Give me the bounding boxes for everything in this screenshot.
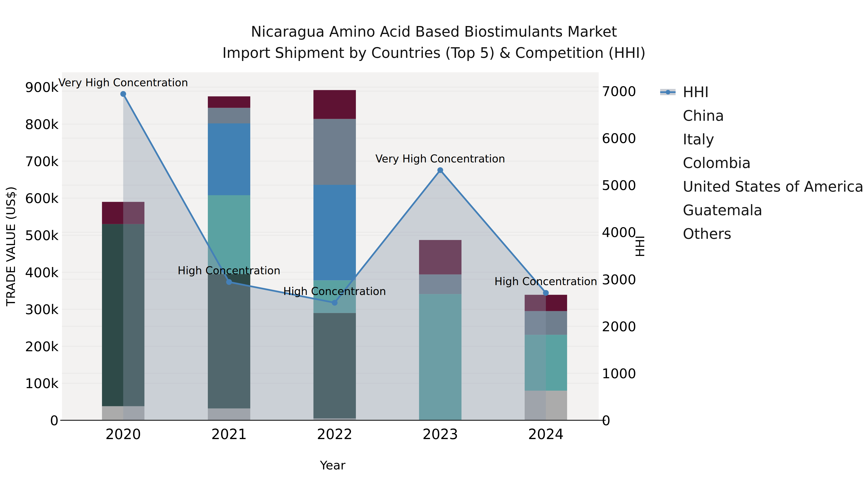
y-tick-left-400k: 400k xyxy=(25,265,59,280)
legend-swatch-color-icon xyxy=(660,110,676,121)
y-tick-right-5000: 5000 xyxy=(602,177,636,193)
y-tick-right-2000: 2000 xyxy=(602,319,636,334)
y-tick-left-200k: 200k xyxy=(25,338,59,354)
y-tick-right-3000: 3000 xyxy=(602,271,636,287)
annotation-2022: High Concentration xyxy=(283,285,386,297)
y-tick-right-7000: 7000 xyxy=(602,84,636,99)
hhi-marker-2020 xyxy=(120,91,126,97)
legend-swatch-color-icon xyxy=(660,181,676,192)
x-tick-2021: 2021 xyxy=(211,426,247,443)
y-axis-label-right: HHI xyxy=(633,235,647,257)
bar-segment-colombia-2022 xyxy=(313,185,356,280)
legend-item-guatemala: Guatemala xyxy=(660,198,868,222)
hhi-marker-2023 xyxy=(437,167,443,173)
legend-item-united-states-of-america: United States of America xyxy=(660,175,868,198)
y-tick-left-500k: 500k xyxy=(25,227,59,243)
y-tick-left-700k: 700k xyxy=(25,154,59,169)
annotation-2020: Very High Concentration xyxy=(58,76,188,89)
legend-swatch-color-icon xyxy=(660,157,676,168)
legend-swatch-color-icon xyxy=(660,205,676,216)
hhi-marker-2024 xyxy=(543,290,549,296)
x-tick-2023: 2023 xyxy=(423,426,458,443)
y-axis-label-left: TRADE VALUE (US$) xyxy=(4,186,18,306)
y-tick-left-0: 0 xyxy=(50,413,59,428)
y-tick-left-800k: 800k xyxy=(25,117,59,132)
x-tick-2022: 2022 xyxy=(317,426,352,443)
bar-segment-italy-2021 xyxy=(208,108,250,123)
legend-label: China xyxy=(683,107,724,124)
legend-label: Colombia xyxy=(683,155,751,171)
y-tick-right-4000: 4000 xyxy=(602,224,636,240)
legend-label: Italy xyxy=(683,131,714,148)
x-tick-2024: 2024 xyxy=(528,426,564,443)
legend-label: United States of America xyxy=(683,178,864,195)
bar-segment-italy-2022 xyxy=(313,119,356,185)
annotation-2024: High Concentration xyxy=(495,275,597,288)
y-tick-left-100k: 100k xyxy=(25,376,59,391)
legend-swatch-hhi-line-icon xyxy=(660,87,676,98)
y-tick-right-6000: 6000 xyxy=(602,130,636,146)
legend-label: Guatemala xyxy=(683,202,763,219)
bar-segment-china-2021 xyxy=(208,96,250,108)
figure: Nicaragua Amino Acid Based Biostimulants… xyxy=(0,0,868,488)
legend-swatch-color-icon xyxy=(660,228,676,239)
hhi-marker-2022 xyxy=(332,300,338,305)
legend-label: HHI xyxy=(683,84,709,100)
legend-label: Others xyxy=(683,225,732,242)
legend-item-hhi: HHI xyxy=(660,80,868,104)
legend-hhi-symbol-part xyxy=(666,90,670,94)
legend-item-colombia: Colombia xyxy=(660,151,868,175)
legend-item-italy: Italy xyxy=(660,128,868,151)
x-axis-label: Year xyxy=(320,458,345,472)
plot-group: Very High ConcentrationHigh Concentratio… xyxy=(25,72,636,443)
y-tick-left-300k: 300k xyxy=(25,301,59,317)
y-tick-left-600k: 600k xyxy=(25,190,59,206)
y-tick-right-0: 0 xyxy=(602,413,611,428)
bar-segment-colombia-2021 xyxy=(208,123,250,195)
y-tick-right-1000: 1000 xyxy=(602,365,636,381)
hhi-marker-2021 xyxy=(226,279,232,285)
legend-item-others: Others xyxy=(660,222,868,246)
x-tick-2020: 2020 xyxy=(105,426,141,443)
legend-swatch-color-icon xyxy=(660,134,676,145)
legend-item-china: China xyxy=(660,104,868,128)
annotation-2023: Very High Concentration xyxy=(375,153,505,165)
y-tick-left-900k: 900k xyxy=(25,79,59,95)
annotation-2021: High Concentration xyxy=(178,264,280,276)
legend: HHIChinaItalyColombiaUnited States of Am… xyxy=(660,80,868,246)
bar-segment-china-2022 xyxy=(313,90,356,119)
